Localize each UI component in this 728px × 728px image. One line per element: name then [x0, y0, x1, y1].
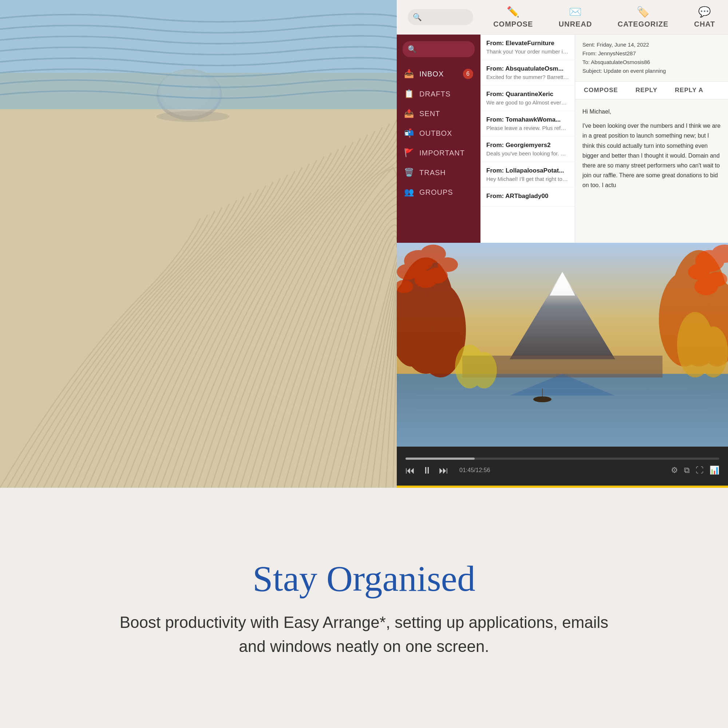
sent-label: SENT	[419, 110, 440, 118]
list-item[interactable]: From: Georgiemyers2 Deals you've been lo…	[480, 136, 575, 162]
email-list: From: ElevateFurniture Thank you! Your o…	[480, 35, 575, 243]
outbox-icon: 📬	[404, 128, 414, 138]
sidebar-item-outbox[interactable]: 📬 OUTBOX	[397, 123, 480, 143]
video-thumbnail	[397, 243, 728, 447]
categorize-button[interactable]: 🏷️ CATEGORIZE	[607, 2, 680, 32]
email-preview: Excited for the summer? Barrett rented o…	[486, 74, 569, 80]
sidebar-item-drafts[interactable]: 📋 DRAFTS	[397, 84, 480, 104]
search-icon: 🔍	[413, 13, 422, 21]
email-from: From: TomahawkWoma...	[486, 116, 569, 123]
categorize-label: CATEGORIZE	[618, 20, 669, 28]
rewind-button[interactable]: ⏮	[405, 465, 415, 476]
email-from: From: AbsquatulateOsm...	[486, 65, 569, 72]
email-preview: Thank you! Your order number is TMBQ5Q	[486, 48, 569, 55]
groups-label: GROUPS	[419, 188, 453, 197]
email-from: From: QuarantineXeric	[486, 91, 569, 98]
inbox-label: INBOX	[419, 70, 444, 78]
email-toolbar: 🔍 ✏️ COMPOSE ✉️ UNREAD 🏷️	[397, 0, 728, 35]
unread-label: UNREAD	[559, 20, 592, 28]
list-item[interactable]: From: LollapaloosaPotat... Hey Michael! …	[480, 162, 575, 187]
zen-garden-image	[0, 0, 397, 488]
email-greeting: Hi Michael,	[583, 107, 721, 116]
time-display: 01:45/12:56	[459, 467, 490, 474]
email-content-body: Hi Michael, I've been looking over the n…	[575, 99, 728, 243]
svg-point-36	[688, 264, 710, 280]
email-body: 🔍 📥 INBOX 6 📋 DRAFTS 📤	[397, 35, 728, 243]
sidebar-item-sent[interactable]: 📤 SENT	[397, 104, 480, 123]
email-preview: Hey Michael! I'll get that right to you.	[486, 176, 569, 182]
sub-text: Boost productivity with Easy Arrange*, s…	[109, 610, 619, 658]
sidebar-search-icon: 🔍	[408, 45, 417, 54]
pip-icon[interactable]: ⧉	[684, 466, 690, 475]
unread-icon: ✉️	[569, 6, 582, 18]
from-line: From: JennysNest287	[583, 49, 721, 58]
svg-point-40	[471, 352, 497, 388]
search-area[interactable]: 🔍	[408, 9, 473, 25]
video-controls: ⏮ ⏸ ⏭ 01:45/12:56 ⚙ ⧉ ⛶ 📊	[397, 447, 728, 486]
compose-icon: ✏️	[507, 6, 520, 18]
email-preview: Please leave a review. Plus refer friend…	[486, 125, 569, 131]
video-player: ⏮ ⏸ ⏭ 01:45/12:56 ⚙ ⧉ ⛶ 📊	[397, 243, 728, 486]
list-item[interactable]: From: AbsquatulateOsm... Excited for the…	[480, 60, 575, 86]
list-item[interactable]: From: ARTbaglady00	[480, 187, 575, 207]
forward-button[interactable]: ⏭	[439, 465, 448, 476]
email-reply-all-btn[interactable]: REPLY A	[666, 81, 712, 99]
important-icon: 🚩	[404, 148, 414, 158]
settings-icon[interactable]: ⚙	[671, 466, 678, 475]
volume-icon[interactable]: 📊	[710, 466, 719, 475]
email-from: From: ElevateFurniture	[486, 40, 569, 47]
email-sidebar: 🔍 📥 INBOX 6 📋 DRAFTS 📤	[397, 35, 480, 243]
drafts-icon: 📋	[404, 89, 414, 99]
bottom-section: Stay Organised Boost productivity with E…	[0, 488, 728, 728]
svg-rect-1	[0, 73, 397, 488]
trash-label: TRASH	[419, 168, 446, 177]
to-line: To: AbsquatulateOsmosis86	[583, 58, 721, 67]
chat-label: CHAT	[694, 20, 715, 28]
toolbar-actions: ✏️ COMPOSE ✉️ UNREAD 🏷️ CATEGORIZE 💬	[480, 2, 728, 32]
current-time: 01:45	[459, 467, 474, 473]
controls-row: ⏮ ⏸ ⏭ 01:45/12:56 ⚙ ⧉ ⛶ 📊	[405, 465, 719, 476]
inbox-icon: 📥	[404, 69, 414, 79]
outbox-label: OUTBOX	[419, 129, 452, 138]
email-action-bar: COMPOSE REPLY REPLY A	[575, 81, 728, 99]
pause-button[interactable]: ⏸	[422, 465, 432, 476]
sidebar-item-trash[interactable]: 🗑️ TRASH	[397, 163, 480, 182]
unread-button[interactable]: ✉️ UNREAD	[548, 2, 603, 32]
drafts-label: DRAFTS	[419, 90, 451, 98]
email-detail-pane: Sent: Friday, June 14, 2022 From: Jennys…	[575, 35, 728, 243]
sidebar-item-groups[interactable]: 👥 GROUPS	[397, 182, 480, 202]
categorize-icon: 🏷️	[637, 6, 650, 18]
list-item[interactable]: From: ElevateFurniture Thank you! Your o…	[480, 35, 575, 60]
chat-icon: 💬	[698, 6, 711, 18]
compose-label: COMPOSE	[493, 20, 533, 28]
list-item[interactable]: From: QuarantineXeric We are good to go …	[480, 86, 575, 111]
trash-icon: 🗑️	[404, 168, 414, 177]
chat-button[interactable]: 💬 CHAT	[683, 2, 726, 32]
sidebar-search[interactable]: 🔍	[402, 41, 475, 57]
progress-bar[interactable]	[405, 457, 719, 460]
email-meta: Sent: Friday, June 14, 2022 From: Jennys…	[575, 35, 728, 81]
svg-point-5	[156, 111, 229, 122]
email-from: From: Georgiemyers2	[486, 142, 569, 149]
list-item[interactable]: From: TomahawkWoma... Please leave a rev…	[480, 111, 575, 136]
right-controls: ⚙ ⧉ ⛶ 📊	[671, 466, 719, 475]
svg-point-19	[699, 327, 728, 378]
email-reply-btn[interactable]: REPLY	[627, 81, 666, 99]
sidebar-item-important[interactable]: 🚩 IMPORTANT	[397, 143, 480, 163]
email-from: From: ARTbaglady00	[486, 193, 569, 200]
fullscreen-icon[interactable]: ⛶	[696, 466, 704, 475]
progress-fill	[405, 457, 475, 460]
sent-line: Sent: Friday, June 14, 2022	[583, 40, 721, 49]
svg-point-38	[694, 278, 718, 295]
sidebar-item-inbox[interactable]: 📥 INBOX 6	[397, 64, 480, 84]
email-preview: Deals you've been looking for. Grab 40% …	[486, 150, 569, 156]
compose-button[interactable]: ✏️ COMPOSE	[482, 2, 544, 32]
svg-point-33	[426, 268, 448, 284]
subject-line: Subject: Update on event planning	[583, 67, 721, 75]
email-compose-btn[interactable]: COMPOSE	[575, 81, 627, 99]
main-title: Stay Organised	[252, 558, 476, 600]
email-preview: We are good to go Almost everything is r…	[486, 99, 569, 106]
total-time: 12:56	[476, 467, 490, 473]
important-label: IMPORTANT	[419, 149, 465, 157]
email-from: From: LollapaloosaPotat...	[486, 167, 569, 174]
